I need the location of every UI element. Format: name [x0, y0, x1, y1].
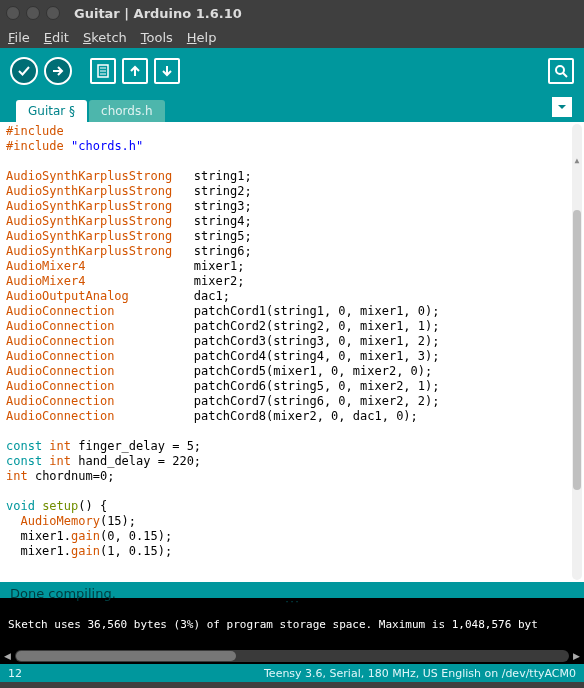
code-line: #include: [6, 124, 578, 139]
arrow-down-icon: [160, 64, 174, 78]
window-close-button[interactable]: [6, 6, 20, 20]
code-line: AudioMixer4 mixer1;: [6, 259, 578, 274]
code-line: AudioMixer4 mixer2;: [6, 274, 578, 289]
open-sketch-button[interactable]: [122, 58, 148, 84]
window-minimize-button[interactable]: [26, 6, 40, 20]
code-line: const int hand_delay = 220;: [6, 454, 578, 469]
code-line: AudioOutputAnalog dac1;: [6, 289, 578, 304]
code-line: AudioSynthKarplusStrong string5;: [6, 229, 578, 244]
tab-bar: Guitar § chords.h: [0, 94, 584, 122]
svg-point-4: [556, 66, 564, 74]
verify-button[interactable]: [10, 57, 38, 85]
code-line: mixer1.gain(1, 0.15);: [6, 544, 578, 559]
line-number: 12: [8, 667, 22, 680]
scroll-thumb[interactable]: [573, 210, 581, 490]
svg-line-5: [563, 73, 567, 77]
console-hscroll[interactable]: ◀ ▶: [0, 648, 584, 664]
code-line: AudioConnection patchCord4(string4, 0, m…: [6, 349, 578, 364]
scroll-up-arrow[interactable]: ▲: [572, 154, 582, 166]
magnifier-icon: [554, 64, 568, 78]
code-line: #include "chords.h": [6, 139, 578, 154]
code-line: AudioSynthKarplusStrong string4;: [6, 214, 578, 229]
code-line: AudioConnection patchCord3(string3, 0, m…: [6, 334, 578, 349]
menu-help[interactable]: Help: [187, 30, 217, 45]
chevron-down-icon: [557, 102, 567, 112]
code-line: mixer1.gain(0, 0.15);: [6, 529, 578, 544]
code-line: AudioConnection patchCord6(string5, 0, m…: [6, 379, 578, 394]
scroll-left-arrow[interactable]: ◀: [4, 651, 11, 661]
code-line: AudioConnection patchCord8(mixer2, 0, da…: [6, 409, 578, 424]
code-line: AudioConnection patchCord1(string1, 0, m…: [6, 304, 578, 319]
save-sketch-button[interactable]: [154, 58, 180, 84]
new-sketch-button[interactable]: [90, 58, 116, 84]
scroll-right-arrow[interactable]: ▶: [573, 651, 580, 661]
menu-tools[interactable]: Tools: [141, 30, 173, 45]
serial-monitor-button[interactable]: [548, 58, 574, 84]
upload-button[interactable]: [44, 57, 72, 85]
code-line: AudioConnection patchCord5(mixer1, 0, mi…: [6, 364, 578, 379]
menu-file[interactable]: File: [8, 30, 30, 45]
arrow-right-icon: [51, 64, 65, 78]
code-line: const int finger_delay = 5;: [6, 439, 578, 454]
code-line: int chordnum=0;: [6, 469, 578, 484]
code-line: AudioSynthKarplusStrong string3;: [6, 199, 578, 214]
code-line: void setup() {: [6, 499, 578, 514]
menu-edit[interactable]: Edit: [44, 30, 69, 45]
code-editor[interactable]: #include #include "chords.h" AudioSynthK…: [0, 122, 584, 582]
footer-bar: 12 Teensy 3.6, Serial, 180 MHz, US Engli…: [0, 664, 584, 682]
file-icon: [96, 64, 110, 78]
tab-chords[interactable]: chords.h: [89, 100, 165, 122]
code-line: AudioSynthKarplusStrong string1;: [6, 169, 578, 184]
console-line: Sketch uses 36,560 bytes (3%) of program…: [8, 617, 576, 632]
menu-bar: File Edit Sketch Tools Help: [0, 26, 584, 48]
code-line: AudioSynthKarplusStrong string6;: [6, 244, 578, 259]
code-line: AudioConnection patchCord7(string6, 0, m…: [6, 394, 578, 409]
tab-guitar[interactable]: Guitar §: [16, 100, 87, 122]
code-line: AudioConnection patchCord2(string2, 0, m…: [6, 319, 578, 334]
code-line: AudioSynthKarplusStrong string2;: [6, 184, 578, 199]
menu-sketch[interactable]: Sketch: [83, 30, 127, 45]
window-maximize-button[interactable]: [46, 6, 60, 20]
arrow-up-icon: [128, 64, 142, 78]
code-line: [6, 154, 578, 169]
code-line: AudioMemory(15);: [6, 514, 578, 529]
editor-scrollbar[interactable]: ▲: [572, 124, 582, 580]
console-line: Global variables use 17,748 bytes (6%) o…: [8, 647, 576, 648]
toolbar: [0, 48, 584, 94]
code-line: [6, 484, 578, 499]
tab-menu-button[interactable]: [552, 97, 572, 117]
status-message: Done compiling.: [10, 586, 116, 601]
code-line: [6, 424, 578, 439]
check-icon: [17, 64, 31, 78]
window-title: Guitar | Arduino 1.6.10: [74, 6, 242, 21]
board-info: Teensy 3.6, Serial, 180 MHz, US English …: [264, 667, 576, 680]
window-titlebar: Guitar | Arduino 1.6.10: [0, 0, 584, 26]
hscroll-thumb[interactable]: [16, 651, 236, 661]
